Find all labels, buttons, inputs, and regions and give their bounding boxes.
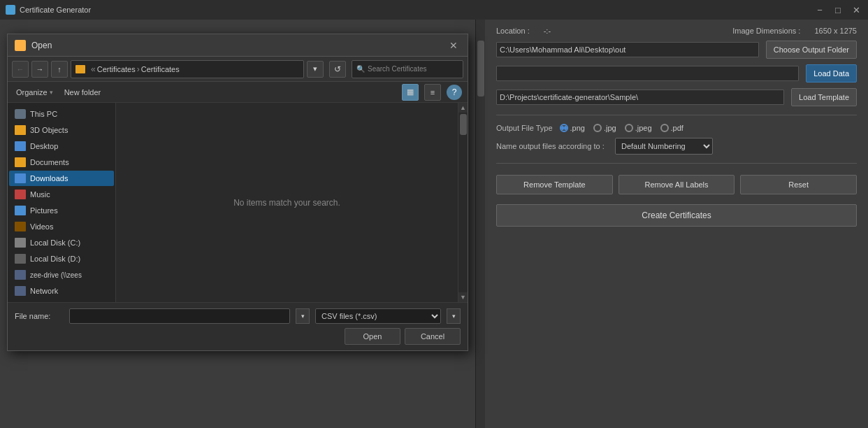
sidebar-item-label: Network bbox=[30, 287, 58, 295]
sidebar-item-label: Downloads bbox=[30, 174, 68, 183]
radio-png[interactable]: .png bbox=[560, 124, 585, 132]
local-d-icon bbox=[15, 254, 26, 264]
sidebar-item-3d-objects[interactable]: 3D Objects bbox=[9, 122, 114, 138]
nav-forward-button[interactable]: → bbox=[31, 61, 48, 78]
sidebar-item-label: This PC bbox=[30, 110, 57, 118]
filetype-select[interactable]: CSV files (*.csv) bbox=[315, 308, 441, 324]
nav-up-button[interactable]: ↑ bbox=[51, 61, 68, 78]
sidebar-item-label: Documents bbox=[30, 158, 69, 166]
location-label: Location : bbox=[496, 27, 530, 35]
app-icon bbox=[6, 5, 15, 15]
open-button[interactable]: Open bbox=[345, 328, 400, 345]
organize-dropdown-icon: ▾ bbox=[50, 89, 53, 96]
outer-scroll-thumb[interactable] bbox=[477, 41, 484, 97]
radio-jpeg-label: .jpeg bbox=[635, 124, 652, 132]
minimize-button[interactable]: − bbox=[813, 3, 826, 16]
dialog-area: tion of the Machine Open ✕ ← → ↑ « Certi… bbox=[0, 20, 475, 428]
radio-jpg-dot bbox=[593, 124, 602, 132]
radio-png-label: .png bbox=[570, 124, 585, 132]
local-c-icon bbox=[15, 238, 26, 248]
sidebar-item-label: zee-drive (\\zees bbox=[30, 271, 82, 279]
search-icon: 🔍 bbox=[356, 65, 365, 73]
choose-output-folder-button[interactable]: Choose Output Folder bbox=[766, 41, 857, 59]
file-content-area: No items match your search. bbox=[116, 103, 458, 302]
scroll-thumb[interactable] bbox=[460, 114, 467, 135]
title-bar: Certificate Generator − □ ✕ bbox=[0, 0, 868, 20]
path-folder-icon bbox=[75, 65, 85, 73]
help-button[interactable]: ? bbox=[447, 85, 462, 100]
load-data-row: Load Data bbox=[496, 64, 857, 83]
sidebar-item-downloads[interactable]: Downloads bbox=[9, 171, 114, 186]
path-part-2: Certificates bbox=[141, 65, 180, 73]
zee-drive-icon bbox=[15, 270, 26, 280]
sidebar-item-label: Local Disk (C:) bbox=[30, 238, 80, 247]
nav-back-button[interactable]: ← bbox=[12, 61, 29, 78]
dialog-close-button[interactable]: ✕ bbox=[447, 38, 461, 52]
radio-jpg-label: .jpg bbox=[604, 124, 616, 132]
view-grid-button[interactable]: ▦ bbox=[402, 84, 419, 101]
sidebar-item-desktop[interactable]: Desktop bbox=[9, 138, 114, 154]
outer-scrollbar[interactable] bbox=[475, 20, 485, 428]
sidebar-item-label: Music bbox=[30, 190, 50, 199]
divider-2 bbox=[496, 163, 857, 164]
sidebar-item-label: 3D Objects bbox=[30, 126, 68, 134]
search-bar[interactable]: 🔍 Search Certificates bbox=[352, 60, 463, 78]
scroll-down-button[interactable]: ▼ bbox=[458, 292, 468, 302]
sidebar-item-videos[interactable]: Videos bbox=[9, 219, 114, 234]
maximize-button[interactable]: □ bbox=[832, 3, 844, 16]
organize-button[interactable]: Organize ▾ bbox=[13, 87, 56, 98]
load-template-button[interactable]: Load Template bbox=[791, 88, 857, 106]
path-dropdown-button[interactable]: ▾ bbox=[307, 61, 324, 78]
vertical-scrollbar[interactable]: ▲ ▼ bbox=[458, 103, 468, 302]
radio-jpg[interactable]: .jpg bbox=[593, 124, 616, 132]
sidebar-item-music[interactable]: Music bbox=[9, 187, 114, 202]
radio-jpeg[interactable]: .jpeg bbox=[625, 124, 652, 132]
template-path-input[interactable] bbox=[496, 90, 784, 105]
filename-input[interactable] bbox=[69, 308, 290, 324]
desktop-icon bbox=[15, 141, 26, 151]
main-content: tion of the Machine Open ✕ ← → ↑ « Certi… bbox=[0, 20, 868, 428]
sidebar: This PC 3D Objects Desktop Documents bbox=[8, 103, 116, 302]
dialog-action-row: Open Cancel bbox=[15, 328, 461, 345]
close-button[interactable]: ✕ bbox=[850, 3, 862, 16]
output-file-type-row: Output File Type .png .jpg .jpeg bbox=[496, 124, 857, 132]
sidebar-item-this-pc[interactable]: This PC bbox=[9, 106, 114, 122]
radio-pdf-dot bbox=[660, 124, 669, 132]
sidebar-item-network[interactable]: Network bbox=[9, 283, 114, 299]
view-list-button[interactable]: ≡ bbox=[424, 84, 441, 101]
cancel-button[interactable]: Cancel bbox=[405, 328, 461, 345]
empty-message: No items match your search. bbox=[233, 198, 340, 208]
create-certificates-button[interactable]: Create Certificates bbox=[496, 204, 857, 227]
remove-all-labels-button[interactable]: Remove All Labels bbox=[619, 175, 735, 194]
image-dimensions-label: Image Dimensions : bbox=[732, 27, 800, 35]
sidebar-item-local-d[interactable]: Local Disk (D:) bbox=[9, 251, 114, 266]
search-placeholder: Search Certificates bbox=[368, 65, 426, 73]
dialog-toolbar: Organize ▾ New folder ▦ ≡ ? bbox=[8, 82, 468, 103]
file-type-radio-group: .png .jpg .jpeg .pdf bbox=[560, 124, 683, 132]
remove-template-button[interactable]: Remove Template bbox=[496, 175, 613, 194]
load-data-input[interactable] bbox=[496, 66, 799, 81]
template-row: Load Template bbox=[496, 88, 857, 106]
dialog-titlebar: Open ✕ bbox=[8, 34, 468, 57]
sidebar-item-label: Desktop bbox=[30, 142, 58, 150]
filename-dropdown-button[interactable]: ▾ bbox=[296, 308, 310, 324]
dialog-title: Open bbox=[31, 41, 52, 50]
output-folder-input[interactable] bbox=[496, 42, 759, 57]
sidebar-item-label: Videos bbox=[30, 222, 53, 231]
name-output-select[interactable]: Default Numbering Column Values Custom bbox=[615, 138, 713, 155]
scroll-up-button[interactable]: ▲ bbox=[458, 103, 468, 113]
sidebar-item-local-c[interactable]: Local Disk (C:) bbox=[9, 235, 114, 250]
sidebar-item-zee-drive[interactable]: zee-drive (\\zees bbox=[9, 267, 114, 283]
filetype-dropdown-button[interactable]: ▾ bbox=[447, 308, 461, 324]
radio-pdf[interactable]: .pdf bbox=[660, 124, 683, 132]
dialog-icon bbox=[15, 40, 26, 51]
sidebar-item-documents[interactable]: Documents bbox=[9, 155, 114, 170]
reset-button[interactable]: Reset bbox=[740, 175, 857, 194]
load-data-button[interactable]: Load Data bbox=[806, 64, 857, 83]
new-folder-button[interactable]: New folder bbox=[62, 87, 104, 98]
dialog-browser: This PC 3D Objects Desktop Documents bbox=[8, 103, 468, 302]
divider bbox=[496, 115, 857, 115]
window-controls: − □ ✕ bbox=[813, 3, 862, 16]
refresh-button[interactable]: ↺ bbox=[329, 61, 346, 78]
sidebar-item-pictures[interactable]: Pictures bbox=[9, 203, 114, 218]
